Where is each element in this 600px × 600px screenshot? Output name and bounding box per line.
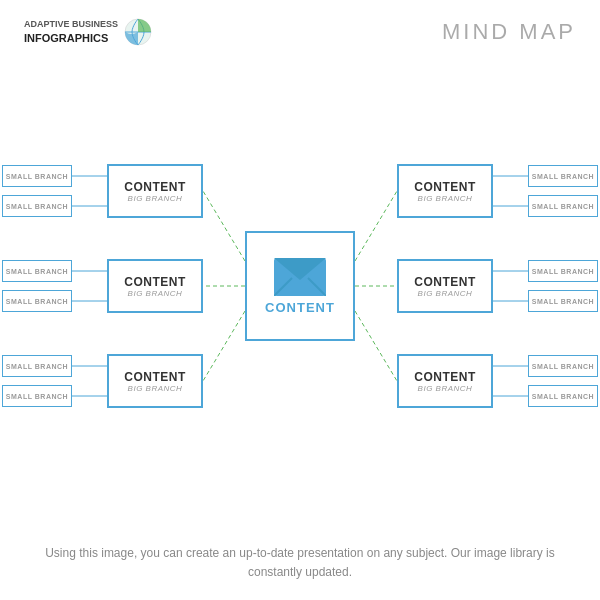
- sb-text: SMALL BRANCH: [532, 173, 594, 180]
- svg-line-4: [203, 311, 245, 381]
- bb-title: CONTENT: [414, 180, 476, 194]
- big-branch-mid-right: CONTENT BIG BRANCH: [397, 259, 493, 313]
- sb-text: SMALL BRANCH: [532, 298, 594, 305]
- sb-text: SMALL BRANCH: [532, 203, 594, 210]
- sb-text: SMALL BRANCH: [532, 268, 594, 275]
- bb-sub: BIG BRANCH: [418, 194, 473, 203]
- big-branch-bot-left: CONTENT BIG BRANCH: [107, 354, 203, 408]
- small-branch-tr-2: SMALL BRANCH: [528, 195, 598, 217]
- center-label: CONTENT: [265, 300, 335, 315]
- sb-text: SMALL BRANCH: [532, 393, 594, 400]
- big-branch-top-left: CONTENT BIG BRANCH: [107, 164, 203, 218]
- sb-text: SMALL BRANCH: [6, 268, 68, 275]
- envelope-icon: [274, 258, 326, 296]
- small-branch-bl-2: SMALL BRANCH: [2, 385, 72, 407]
- svg-line-7: [355, 311, 397, 381]
- bb-title: CONTENT: [124, 370, 186, 384]
- small-branch-br-1: SMALL BRANCH: [528, 355, 598, 377]
- small-branch-mr-2: SMALL BRANCH: [528, 290, 598, 312]
- bb-sub: BIG BRANCH: [418, 289, 473, 298]
- small-branch-tl-1: SMALL BRANCH: [2, 165, 72, 187]
- footer-text: Using this image, you can create an up-t…: [45, 546, 555, 579]
- mind-map-title: MIND MAP: [442, 19, 576, 45]
- brand-line2: INFOGRAPHICS: [24, 31, 118, 46]
- svg-line-2: [203, 191, 245, 261]
- bb-sub: BIG BRANCH: [128, 289, 183, 298]
- big-branch-mid-left: CONTENT BIG BRANCH: [107, 259, 203, 313]
- brand-text: ADAPTIVE BUSINESS INFOGRAPHICS: [24, 18, 118, 46]
- bb-title: CONTENT: [124, 275, 186, 289]
- small-branch-br-2: SMALL BRANCH: [528, 385, 598, 407]
- footer: Using this image, you can create an up-t…: [0, 544, 600, 582]
- bb-title: CONTENT: [414, 275, 476, 289]
- bb-sub: BIG BRANCH: [128, 194, 183, 203]
- bb-title: CONTENT: [124, 180, 186, 194]
- sb-text: SMALL BRANCH: [6, 298, 68, 305]
- brand-line1: ADAPTIVE BUSINESS: [24, 18, 118, 31]
- diagram: CONTENT CONTENT BIG BRANCH CONTENT BIG B…: [0, 56, 600, 516]
- sb-text: SMALL BRANCH: [6, 203, 68, 210]
- bb-title: CONTENT: [414, 370, 476, 384]
- svg-line-5: [355, 191, 397, 261]
- sb-text: SMALL BRANCH: [6, 363, 68, 370]
- small-branch-tr-1: SMALL BRANCH: [528, 165, 598, 187]
- sb-text: SMALL BRANCH: [532, 363, 594, 370]
- big-branch-bot-right: CONTENT BIG BRANCH: [397, 354, 493, 408]
- globe-icon: [124, 18, 152, 46]
- bb-sub: BIG BRANCH: [128, 384, 183, 393]
- small-branch-ml-2: SMALL BRANCH: [2, 290, 72, 312]
- small-branch-tl-2: SMALL BRANCH: [2, 195, 72, 217]
- sb-text: SMALL BRANCH: [6, 393, 68, 400]
- brand: ADAPTIVE BUSINESS INFOGRAPHICS: [24, 18, 152, 46]
- center-node: CONTENT: [245, 231, 355, 341]
- small-branch-mr-1: SMALL BRANCH: [528, 260, 598, 282]
- sb-text: SMALL BRANCH: [6, 173, 68, 180]
- big-branch-top-right: CONTENT BIG BRANCH: [397, 164, 493, 218]
- header: ADAPTIVE BUSINESS INFOGRAPHICS MIND MAP: [0, 0, 600, 46]
- bb-sub: BIG BRANCH: [418, 384, 473, 393]
- small-branch-ml-1: SMALL BRANCH: [2, 260, 72, 282]
- small-branch-bl-1: SMALL BRANCH: [2, 355, 72, 377]
